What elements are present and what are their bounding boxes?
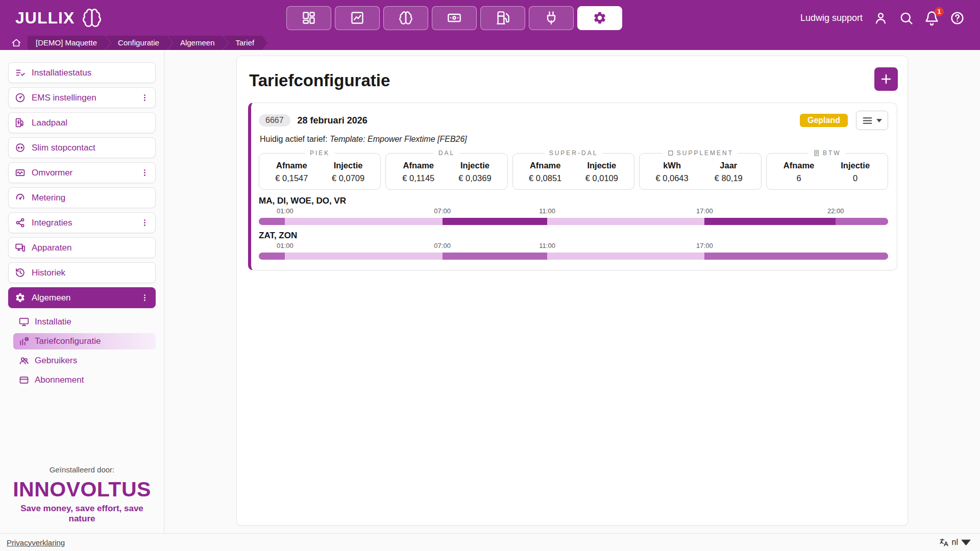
nav-settings-button[interactable] <box>577 6 622 30</box>
schedule: ZAT, ZON01:0007:0011:0017:00 <box>259 231 888 260</box>
help-button[interactable] <box>950 11 965 26</box>
field-value: € 0,0109 <box>574 173 630 183</box>
nav-dashboard-button[interactable] <box>286 6 331 30</box>
tariff-card: 6667 28 februari 2026 Gepland Huidig act… <box>248 103 897 270</box>
privacy-link[interactable]: Privacyverklaring <box>7 538 65 547</box>
schedule-days-label: ZAT, ZON <box>259 231 888 241</box>
sidebar-subitem-tariefconfiguratie[interactable]: Tariefconfiguratie <box>13 333 156 349</box>
socket-icon <box>15 142 26 153</box>
page-title: Tariefconfiguratie <box>249 71 897 90</box>
search-icon <box>899 11 914 26</box>
tick-label: 11:00 <box>539 242 555 249</box>
notification-badge: 1 <box>935 7 944 16</box>
schedule-segment-dal <box>836 218 888 225</box>
sidebar-item-label: Historiek <box>32 268 65 278</box>
sidebar-item-label: EMS instellingen <box>32 93 96 103</box>
breadcrumb-item-configuratie[interactable]: Configuratie <box>106 36 173 50</box>
section-title: DAL <box>434 149 459 157</box>
field-label: Afname <box>517 161 574 170</box>
sidebar-subitem-label: Installatie <box>35 317 71 327</box>
sidebar: Installatiestatus EMS instellingen Laadp… <box>0 50 164 533</box>
installed-by-label: Geïnstalleerd door: <box>8 465 156 474</box>
dashboard-icon <box>302 11 316 25</box>
field-value: 0 <box>827 173 884 183</box>
help-icon <box>950 11 965 26</box>
search-button[interactable] <box>899 11 914 26</box>
plug-icon <box>544 11 558 25</box>
sidebar-item-algemeen[interactable]: Algemeen <box>8 287 156 308</box>
field-label: Injectie <box>574 161 630 170</box>
kebab-menu-icon[interactable] <box>140 93 149 102</box>
field-value: € 0,0369 <box>447 173 503 183</box>
sidebar-subitem-gebruikers[interactable]: Gebruikers <box>13 353 156 369</box>
sidebar-item-laadpaal[interactable]: Laadpaal <box>8 112 156 133</box>
field-label: Afname <box>390 161 447 170</box>
tariff-section-btw: BTW Afname6 Injectie0 <box>766 153 888 190</box>
sidebar-item-historiek[interactable]: Historiek <box>8 262 156 283</box>
tariff-section-super-dal: SUPER-DAL Afname€ 0,0851 Injectie€ 0,010… <box>512 153 634 190</box>
tariff-id-badge: 6667 <box>259 114 290 127</box>
schedule-segment-dal <box>259 253 285 260</box>
sidebar-item-integraties[interactable]: Integraties <box>8 212 156 233</box>
schedule-ticks: 01:0007:0011:0017:00 <box>259 242 888 251</box>
schedule: MA, DI, WOE, DO, VR01:0007:0011:0017:002… <box>259 196 888 225</box>
kebab-menu-icon[interactable] <box>140 168 149 177</box>
tariff-sections: PIEK Afname€ 0,1547 Injectie€ 0,0709 DAL… <box>259 153 888 190</box>
sidebar-item-metering[interactable]: Metering <box>8 187 156 208</box>
user-menu-button[interactable] <box>873 11 888 26</box>
sidebar-subitem-abonnement[interactable]: Abonnement <box>13 372 156 388</box>
nav-plug-button[interactable] <box>529 6 574 30</box>
sidebar-item-installatiestatus[interactable]: Installatiestatus <box>8 62 156 83</box>
tick-label: 07:00 <box>434 207 451 215</box>
sidebar-item-slim-stopcontact[interactable]: Slim stopcontact <box>8 137 156 158</box>
tick-label: 01:00 <box>277 207 293 215</box>
user-icon <box>873 11 888 26</box>
nav-chart-button[interactable] <box>335 6 380 30</box>
tariff-section-supplement: SUPPLEMENT kWh€ 0,0643 Jaar€ 80,19 <box>639 153 761 190</box>
tick-label: 22:00 <box>827 207 844 215</box>
schedule-segment-dal <box>704 253 888 260</box>
nav-billing-button[interactable] <box>432 6 477 30</box>
brain-icon <box>399 11 413 25</box>
language-label: nl <box>952 538 958 547</box>
history-icon <box>15 267 26 278</box>
user-name[interactable]: Ludwig support <box>800 13 863 23</box>
footer: Privacyverklaring nl <box>0 533 980 551</box>
gear-icon <box>15 292 26 303</box>
language-selector[interactable]: nl <box>939 538 971 547</box>
breadcrumb-item-tarief[interactable]: Tarief <box>223 36 267 50</box>
breadcrumb-item-demo-maquette[interactable]: [DEMO] Maquette <box>28 36 110 50</box>
nav-ems-button[interactable] <box>383 6 428 30</box>
app-root: JULLIX <box>0 0 980 551</box>
sidebar-item-apparaten[interactable]: Apparaten <box>8 237 156 258</box>
field-label: Injectie <box>320 161 377 170</box>
kebab-menu-icon[interactable] <box>140 218 149 227</box>
sidebar-subitem-installatie[interactable]: Installatie <box>13 314 156 330</box>
schedule-bar[interactable] <box>259 218 888 225</box>
breadcrumb-item-algemeen[interactable]: Algemeen <box>168 36 228 50</box>
gauge-icon <box>15 192 26 203</box>
schedule-segment-dal <box>259 218 285 225</box>
field-label: kWh <box>644 161 700 170</box>
home-button[interactable] <box>11 38 21 48</box>
tariff-section-piek: PIEK Afname€ 0,1547 Injectie€ 0,0709 <box>259 153 381 190</box>
tariff-menu-button[interactable] <box>856 111 888 130</box>
kebab-menu-icon[interactable] <box>140 293 149 302</box>
sidebar-item-ems-instellingen[interactable]: EMS instellingen <box>8 87 156 108</box>
ems-icon <box>15 92 26 103</box>
monitor-icon <box>19 317 29 327</box>
field-value: € 0,0851 <box>517 173 574 183</box>
sidebar-subitem-label: Abonnement <box>35 375 84 385</box>
sidebar-item-omvormer[interactable]: Omvormer <box>8 162 156 183</box>
nav-charger-button[interactable] <box>480 6 525 30</box>
sidebar-item-label: Omvormer <box>32 168 72 178</box>
status-badge: Gepland <box>800 114 848 127</box>
brand-logo-text: JULLIX <box>15 9 75 28</box>
notifications-button[interactable]: 1 <box>924 11 939 26</box>
field-label: Afname <box>263 161 320 170</box>
caret-down-icon <box>961 538 971 547</box>
add-tariff-button[interactable] <box>874 67 898 91</box>
schedule-bar[interactable] <box>259 253 888 260</box>
caret-down-icon <box>876 119 882 122</box>
top-nav <box>286 6 622 30</box>
